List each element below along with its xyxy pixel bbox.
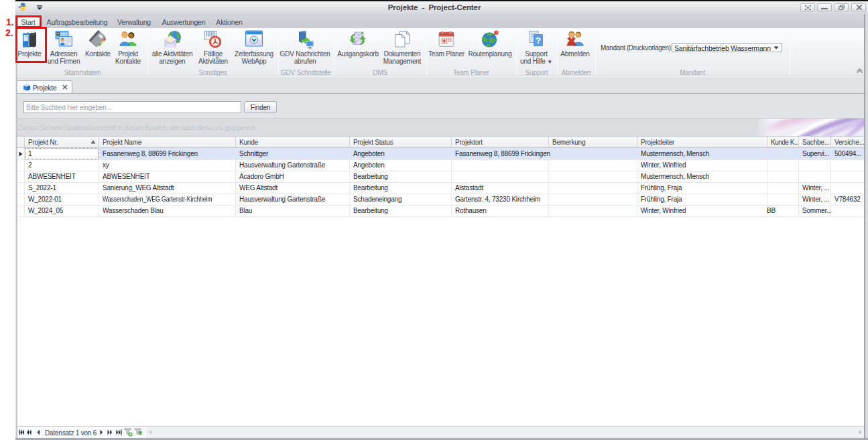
svg-text:?: ?: [536, 35, 541, 46]
